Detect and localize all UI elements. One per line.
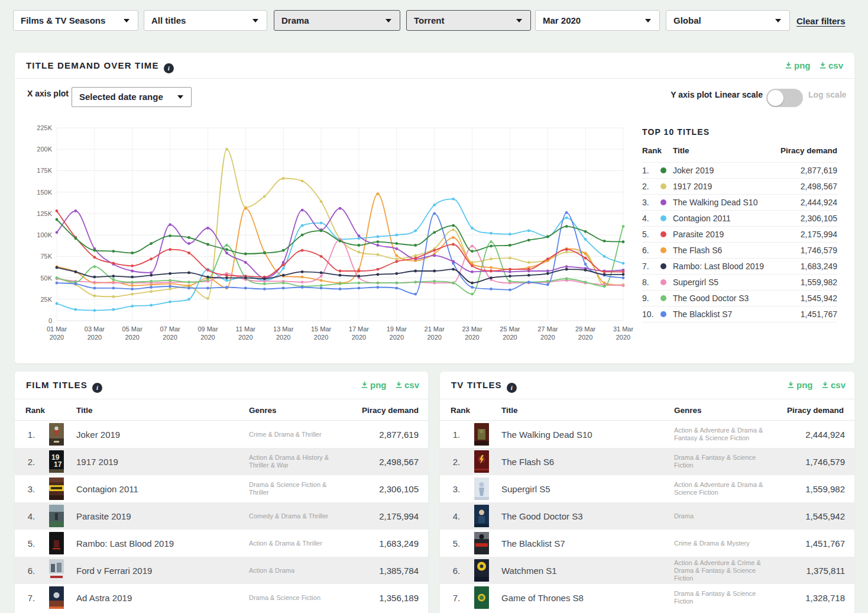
svg-text:2020: 2020 — [540, 334, 555, 341]
svg-text:03 Mar: 03 Mar — [85, 325, 105, 333]
svg-text:25K: 25K — [40, 296, 52, 303]
svg-text:175K: 175K — [37, 167, 52, 174]
svg-text:31 Mar: 31 Mar — [613, 325, 634, 333]
svg-text:2020: 2020 — [50, 334, 64, 341]
svg-text:2020: 2020 — [578, 334, 592, 341]
svg-text:25 Mar: 25 Mar — [500, 325, 520, 333]
svg-text:01 Mar: 01 Mar — [47, 325, 67, 333]
svg-text:0: 0 — [48, 317, 52, 324]
svg-text:15 Mar: 15 Mar — [311, 325, 332, 333]
svg-text:2020: 2020 — [238, 334, 252, 341]
svg-text:2020: 2020 — [465, 334, 479, 341]
svg-text:09 Mar: 09 Mar — [197, 325, 218, 333]
svg-text:2020: 2020 — [276, 334, 290, 341]
svg-text:07 Mar: 07 Mar — [160, 325, 180, 333]
svg-text:2020: 2020 — [163, 334, 177, 341]
svg-text:2020: 2020 — [503, 334, 517, 341]
svg-text:11 Mar: 11 Mar — [236, 325, 256, 333]
svg-text:29 Mar: 29 Mar — [575, 325, 596, 333]
svg-text:150K: 150K — [37, 189, 52, 196]
svg-text:23 Mar: 23 Mar — [462, 325, 482, 333]
svg-text:21 Mar: 21 Mar — [425, 325, 445, 333]
svg-text:50K: 50K — [40, 275, 52, 282]
svg-text:125K: 125K — [37, 210, 52, 217]
svg-text:200K: 200K — [37, 146, 52, 153]
svg-text:19 Mar: 19 Mar — [387, 325, 407, 333]
svg-text:17: 17 — [54, 460, 62, 469]
svg-text:2020: 2020 — [390, 334, 404, 341]
svg-text:2020: 2020 — [352, 334, 366, 341]
svg-text:2020: 2020 — [616, 334, 630, 341]
svg-text:2020: 2020 — [200, 334, 215, 341]
svg-text:2020: 2020 — [125, 334, 139, 341]
svg-text:17 Mar: 17 Mar — [349, 325, 370, 333]
svg-text:27 Mar: 27 Mar — [537, 325, 558, 333]
svg-text:2020: 2020 — [427, 334, 441, 341]
svg-text:75K: 75K — [40, 253, 52, 260]
svg-text:2020: 2020 — [314, 334, 328, 341]
svg-text:13 Mar: 13 Mar — [273, 325, 294, 333]
svg-text:225K: 225K — [37, 124, 52, 131]
svg-text:2020: 2020 — [88, 334, 102, 341]
svg-text:100K: 100K — [37, 231, 52, 238]
svg-text:05 Mar: 05 Mar — [122, 325, 143, 333]
